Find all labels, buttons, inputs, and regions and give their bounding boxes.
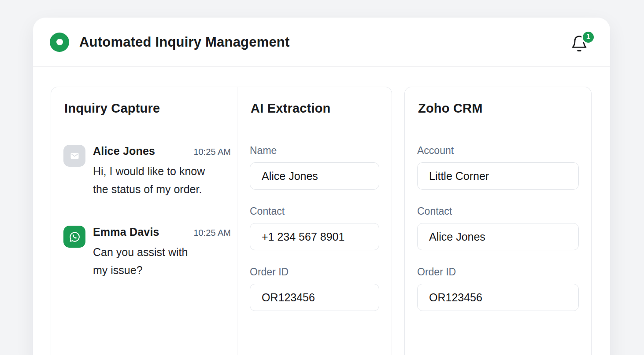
status-dot-inner [56, 39, 63, 45]
field-account: Account Little Corner [417, 145, 579, 190]
message-body: Alice Jones 10:25 AM Hi, I would like to… [93, 145, 231, 198]
field-label: Name [250, 145, 379, 157]
ai-extraction-title: AI Extraction [251, 101, 330, 116]
ai-extraction-fields: Name Alice Jones Contact +1 234 567 8901… [237, 145, 392, 311]
email-icon [63, 145, 85, 167]
inquiry-capture-header: Inquiry Capture [51, 87, 237, 130]
automated-inquiry-management-card: Automated Inquiry Management 1 Inquiry C… [33, 18, 610, 355]
message-meta-row: Alice Jones 10:25 AM [93, 145, 231, 157]
order-id-input[interactable]: OR123456 [250, 284, 379, 311]
zoho-crm-column: Zoho CRM Account Little Corner Contact A… [405, 87, 591, 311]
whatsapp-icon [63, 226, 85, 248]
status-dot-icon [50, 33, 69, 52]
name-input[interactable]: Alice Jones [250, 162, 379, 190]
field-contact: Contact Alice Jones [417, 205, 579, 250]
field-order-id: Order ID OR123456 [250, 266, 379, 311]
message-item-email[interactable]: Alice Jones 10:25 AM Hi, I would like to… [51, 130, 237, 211]
field-label: Order ID [250, 266, 379, 278]
field-order-id: Order ID OR123456 [417, 266, 579, 311]
notification-bell-button[interactable]: 1 [570, 31, 592, 53]
ai-extraction-column: AI Extraction Name Alice Jones Contact +… [237, 87, 392, 355]
inquiry-capture-title: Inquiry Capture [64, 101, 160, 116]
zoho-crm-fields: Account Little Corner Contact Alice Jone… [405, 145, 591, 311]
sender-name: Emma Davis [93, 226, 159, 238]
content-area: Inquiry Capture [33, 67, 610, 355]
field-label: Contact [250, 205, 379, 217]
field-name: Name Alice Jones [250, 145, 379, 190]
order-id-input[interactable]: OR123456 [417, 284, 579, 311]
canvas: Automated Inquiry Management 1 Inquiry C… [0, 0, 644, 355]
notification-badge: 1 [581, 30, 595, 44]
field-label: Order ID [417, 266, 579, 278]
zoho-crm-header: Zoho CRM [405, 87, 591, 130]
field-label: Contact [417, 205, 579, 217]
field-contact: Contact +1 234 567 8901 [250, 205, 379, 250]
message-time: 10:25 AM [193, 228, 231, 238]
message-meta-row: Emma Davis 10:25 AM [93, 226, 231, 238]
message-item-whatsapp[interactable]: Emma Davis 10:25 AM Can you assist with … [51, 211, 237, 292]
contact-input[interactable]: +1 234 567 8901 [250, 223, 379, 250]
field-label: Account [417, 145, 579, 157]
message-time: 10:25 AM [193, 147, 231, 157]
account-input[interactable]: Little Corner [417, 162, 579, 190]
inquiry-ai-panel: Inquiry Capture [51, 87, 392, 355]
zoho-crm-title: Zoho CRM [418, 101, 483, 116]
message-text: Can you assist with my issue? [93, 243, 231, 279]
sender-name: Alice Jones [93, 145, 155, 157]
message-list: Alice Jones 10:25 AM Hi, I would like to… [51, 130, 237, 292]
ai-extraction-header: AI Extraction [237, 87, 392, 130]
zoho-crm-panel: Zoho CRM Account Little Corner Contact A… [404, 87, 592, 355]
message-text: Hi, I would like to know the status of m… [93, 162, 231, 198]
contact-input[interactable]: Alice Jones [417, 223, 579, 250]
page-title: Automated Inquiry Management [79, 34, 290, 50]
card-header: Automated Inquiry Management 1 [33, 18, 610, 67]
inquiry-capture-column: Inquiry Capture [51, 87, 237, 355]
message-body: Emma Davis 10:25 AM Can you assist with … [93, 226, 231, 279]
